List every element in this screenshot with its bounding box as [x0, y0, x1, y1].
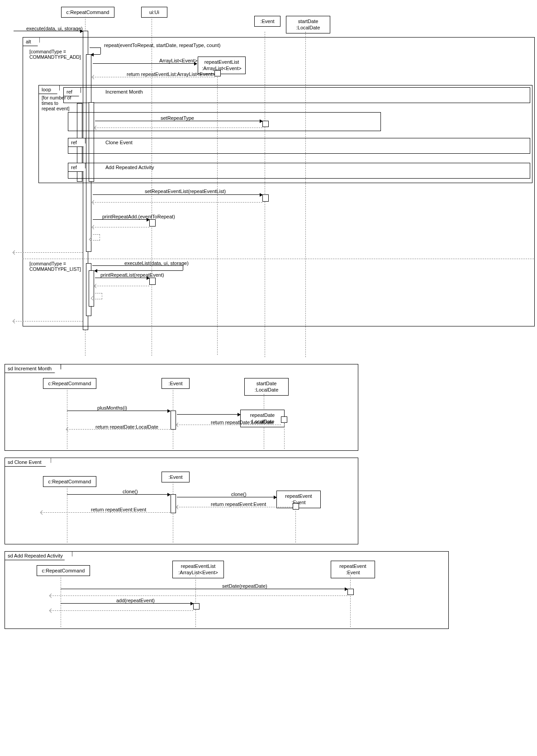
- sd-title-clone: sd Clone Event: [5, 458, 51, 467]
- sd3-ll-cmd: [61, 575, 61, 627]
- box-arraylist-create: [214, 70, 221, 76]
- return-set-repeateventlist: [93, 202, 262, 203]
- ref-add-repeated: Add Repeated Activity: [105, 165, 154, 170]
- sd1-arrow-tostart: [177, 414, 240, 415]
- sd1-arrow-plusmonths: [67, 411, 170, 411]
- sd3-ll-rel: [195, 575, 196, 627]
- sd1-return-repeatdate2: [67, 429, 170, 430]
- arrow-arraylist-ctor: [93, 63, 197, 64]
- box-print-repeat-list: [149, 278, 156, 285]
- sd1-repeatcmd: c:RepeatCommand: [43, 378, 96, 389]
- msg-print-repeat-add: printRepeatAdd.(eventToRepeat): [102, 214, 175, 219]
- return-print-repeat-add: [93, 227, 149, 227]
- sd2-msg-clone2: clone(): [231, 491, 247, 497]
- self-return-repeat: [93, 234, 100, 241]
- sd1-act-event: [171, 411, 176, 430]
- sd3-box-add: [193, 603, 200, 610]
- line-repeat2: [91, 54, 100, 55]
- msg-repeat: repeat(eventToRepeat, startDate, repeatT…: [104, 43, 220, 48]
- sd-increment-month: sd Increment Month c:RepeatCommand :Even…: [5, 364, 358, 451]
- arrow-print-repeat-list: [95, 278, 149, 278]
- sd1-event: :Event: [162, 378, 190, 389]
- sd3-return-setdate: [50, 595, 347, 596]
- return-execute-list: [14, 321, 83, 321]
- return-execute-add: [14, 252, 83, 253]
- sd2-return-re2: [41, 512, 170, 513]
- alt-divider: [23, 259, 534, 259]
- box-print-repeat-add: [149, 219, 156, 227]
- sd2-msg-return-re: return repeatEvent:Event: [211, 501, 266, 507]
- sd1-startdate: startDate :LocalDate: [244, 378, 289, 396]
- sd1-ll-repeatdate: [284, 422, 285, 449]
- arrow-set-repeateventlist: [93, 194, 262, 195]
- frame-set-repeat-type: [68, 112, 381, 131]
- arrow-print-repeat-add: [93, 219, 149, 220]
- box-setrepeattype: [262, 121, 269, 127]
- activation-exec-list: [89, 270, 94, 307]
- arrow-setrepeattype: [95, 121, 262, 121]
- sd2-event: :Event: [162, 472, 190, 482]
- self-return-list: [95, 293, 102, 299]
- sd3-return-add: [50, 610, 193, 611]
- line-exec-list1: [92, 265, 183, 266]
- sd3-repeatcmd: c:RepeatCommand: [37, 565, 90, 576]
- label-loop: loop: [39, 85, 60, 94]
- sd3-repeatevent: repeatEvent :Event: [331, 561, 375, 578]
- frame-ref-clone: ref Clone Event: [68, 138, 530, 154]
- sd-add-repeated-activity: sd Add Repeated Activity c:RepeatCommand…: [5, 551, 449, 629]
- sd3-msg-setdate: setDate(repeatDate): [222, 583, 267, 589]
- frame-ref-add: ref Add Repeated Activity: [68, 163, 530, 179]
- sd3-ll-re: [350, 575, 351, 627]
- participant-event: :Event: [254, 16, 280, 27]
- label-alt: alt: [23, 38, 40, 46]
- sd2-arrow-clone: [67, 494, 170, 495]
- sd-title-add: sd Add Repeated Activity: [5, 552, 72, 560]
- sd3-arrow-add: [61, 603, 193, 604]
- arrow-return-repeateventlist: [93, 77, 215, 77]
- sd1-ll-cmd: [67, 388, 67, 449]
- sd2-act-event: [171, 494, 176, 513]
- sd2-ll-re: [295, 509, 296, 543]
- sd2-return-re1: [177, 507, 293, 507]
- sd-title-increment: sd Increment Month: [5, 364, 61, 373]
- participant-ui: ui:Ui: [141, 7, 167, 18]
- msg-set-repeateventlist: setRepeatEventList(repeatEventList): [145, 189, 226, 194]
- participant-repeatcommand: c:RepeatCommand: [61, 7, 114, 18]
- line-exec-list2: [95, 270, 183, 271]
- guard-add: [commandType = COMMANDTYPE_ADD]: [29, 49, 81, 60]
- sd-clone-event: sd Clone Event c:RepeatCommand :Event cl…: [5, 458, 358, 544]
- msg-setrepeattype: setRepeatType: [161, 115, 194, 121]
- box-set-repeateventlist: [262, 194, 269, 202]
- frame-ref-increment: ref Increment Month: [63, 87, 530, 103]
- ref-clone-event: Clone Event: [105, 140, 133, 145]
- main-sequence-diagram: c:RepeatCommand ui:Ui :Event startDate :…: [5, 5, 537, 357]
- sd1-msg-plusmonths: plusMonths(i): [97, 405, 127, 411]
- sd1-return-repeatdate1: [177, 425, 281, 425]
- sd3-box-setdate: [347, 589, 354, 595]
- return-setrepeattype: [95, 128, 262, 128]
- sd2-repeatcmd: c:RepeatCommand: [43, 476, 96, 487]
- label-ref2: ref: [68, 138, 86, 147]
- label-ref1: ref: [64, 88, 81, 96]
- guard-list: [commandType = COMMANDTYPE_LIST]: [29, 261, 81, 272]
- sd3-msg-add: add(repeatEvent): [116, 598, 155, 603]
- line-repeat1: [90, 47, 100, 48]
- msg-return-repeateventlist: return repeatEventList:ArrayList<Event>: [127, 71, 215, 77]
- sd2-box-re: [293, 503, 299, 510]
- sd3-repeateventlist: repeatEventList :ArrayList<Event>: [172, 561, 224, 578]
- label-ref3: ref: [68, 163, 86, 172]
- sd3-arrow-setdate: [61, 589, 347, 589]
- arrow-execute: [14, 31, 83, 31]
- sd2-arrow-clone2: [177, 497, 276, 497]
- participant-startdate: startDate :LocalDate: [286, 16, 330, 33]
- msg-print-repeat-list: printRepeatList(repeatEvent): [100, 272, 164, 278]
- ref-increment-month: Increment Month: [105, 89, 143, 94]
- sd2-msg-return-re2: return repeatEvent:Event: [91, 507, 146, 512]
- sd2-msg-clone: clone(): [123, 489, 138, 494]
- return-print-repeat-list: [95, 286, 149, 286]
